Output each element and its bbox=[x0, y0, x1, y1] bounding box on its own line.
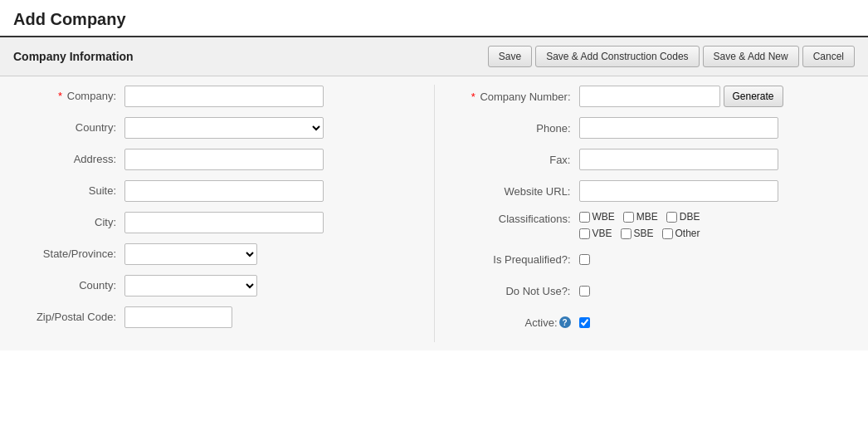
zip-input[interactable] bbox=[124, 306, 232, 328]
company-number-label: * Company Number: bbox=[446, 91, 579, 103]
mbe-checkbox-item[interactable]: MBE bbox=[623, 211, 658, 223]
website-input[interactable] bbox=[579, 180, 778, 202]
fax-row: Fax: bbox=[446, 148, 861, 171]
active-checkbox[interactable] bbox=[579, 317, 590, 328]
suite-input[interactable] bbox=[124, 180, 324, 202]
required-star: * bbox=[58, 90, 62, 102]
dbe-checkbox[interactable] bbox=[666, 212, 677, 223]
suite-row: Suite: bbox=[8, 179, 422, 203]
right-form-col: * Company Number: Generate Phone: Fax: W… bbox=[438, 85, 869, 342]
required-star-2: * bbox=[471, 91, 475, 103]
active-info-icon[interactable]: ? bbox=[559, 316, 571, 328]
classifications-row: Classifications: WBE MBE DBE bbox=[446, 211, 861, 239]
page-title: Add Company bbox=[13, 10, 855, 29]
dbe-label: DBE bbox=[680, 211, 700, 223]
company-number-group: Generate bbox=[579, 86, 783, 107]
fax-input[interactable] bbox=[579, 149, 778, 170]
company-label: * Company: bbox=[8, 89, 124, 104]
col-divider bbox=[434, 85, 435, 342]
save-add-new-button[interactable]: Save & Add New bbox=[703, 46, 799, 67]
company-row: * Company: bbox=[8, 85, 422, 108]
vbe-checkbox[interactable] bbox=[579, 228, 590, 239]
save-add-construction-button[interactable]: Save & Add Construction Codes bbox=[535, 46, 699, 67]
prequalified-label: Is Prequalified?: bbox=[446, 253, 579, 266]
city-input[interactable] bbox=[124, 212, 324, 233]
do-not-use-row: Do Not Use?: bbox=[446, 279, 861, 302]
state-label: State/Province: bbox=[8, 247, 124, 262]
state-row: State/Province: bbox=[8, 243, 422, 266]
phone-label: Phone: bbox=[446, 122, 579, 135]
prequalified-row: Is Prequalified?: bbox=[446, 247, 861, 271]
phone-input[interactable] bbox=[579, 117, 778, 139]
company-number-input[interactable] bbox=[579, 86, 720, 107]
wbe-checkbox-item[interactable]: WBE bbox=[579, 211, 615, 223]
section-title: Company Information bbox=[13, 50, 134, 63]
state-select[interactable] bbox=[124, 243, 257, 265]
country-label: Country: bbox=[8, 120, 124, 135]
dbe-checkbox-item[interactable]: DBE bbox=[666, 211, 700, 223]
sbe-label: SBE bbox=[634, 228, 654, 239]
website-row: Website URL: bbox=[446, 179, 861, 203]
classifications-row-2: VBE SBE Other bbox=[579, 228, 700, 239]
wbe-checkbox[interactable] bbox=[579, 212, 590, 223]
left-form-col: * Company: Country: Address: Suite: City… bbox=[0, 85, 431, 342]
generate-button[interactable]: Generate bbox=[724, 86, 783, 107]
do-not-use-checkbox[interactable] bbox=[579, 286, 590, 296]
city-row: City: bbox=[8, 211, 422, 234]
address-label: Address: bbox=[8, 152, 124, 167]
country-row: Country: bbox=[8, 116, 422, 140]
do-not-use-label: Do Not Use?: bbox=[446, 285, 579, 297]
suite-label: Suite: bbox=[8, 184, 124, 198]
toolbar: Save Save & Add Construction Codes Save … bbox=[488, 46, 855, 67]
classifications-group: WBE MBE DBE VBE bbox=[579, 211, 700, 239]
active-label: Active: ? bbox=[446, 316, 579, 329]
other-checkbox-item[interactable]: Other bbox=[662, 228, 700, 239]
city-label: City: bbox=[8, 215, 124, 230]
classifications-row-1: WBE MBE DBE bbox=[579, 211, 700, 223]
county-row: County: bbox=[8, 274, 422, 297]
sbe-checkbox-item[interactable]: SBE bbox=[621, 228, 654, 239]
save-button[interactable]: Save bbox=[488, 46, 532, 67]
mbe-checkbox[interactable] bbox=[623, 212, 634, 223]
other-checkbox[interactable] bbox=[662, 228, 673, 239]
mbe-label: MBE bbox=[636, 211, 658, 223]
classifications-label: Classifications: bbox=[446, 211, 579, 225]
cancel-button[interactable]: Cancel bbox=[802, 46, 855, 67]
country-select[interactable] bbox=[124, 117, 324, 139]
address-row: Address: bbox=[8, 148, 422, 171]
fax-label: Fax: bbox=[446, 154, 579, 166]
vbe-checkbox-item[interactable]: VBE bbox=[579, 228, 612, 239]
other-label: Other bbox=[675, 228, 700, 239]
company-input[interactable] bbox=[124, 86, 324, 107]
prequalified-checkbox[interactable] bbox=[579, 254, 590, 265]
website-label: Website URL: bbox=[446, 185, 579, 198]
vbe-label: VBE bbox=[592, 228, 612, 239]
phone-row: Phone: bbox=[446, 116, 861, 140]
address-input[interactable] bbox=[124, 149, 324, 170]
zip-label: Zip/Postal Code: bbox=[8, 310, 124, 325]
county-select[interactable] bbox=[124, 275, 257, 296]
active-row: Active: ? bbox=[446, 311, 861, 334]
county-label: County: bbox=[8, 278, 124, 293]
wbe-label: WBE bbox=[592, 211, 615, 223]
sbe-checkbox[interactable] bbox=[621, 228, 631, 239]
company-number-row: * Company Number: Generate bbox=[446, 85, 861, 108]
zip-row: Zip/Postal Code: bbox=[8, 306, 422, 329]
